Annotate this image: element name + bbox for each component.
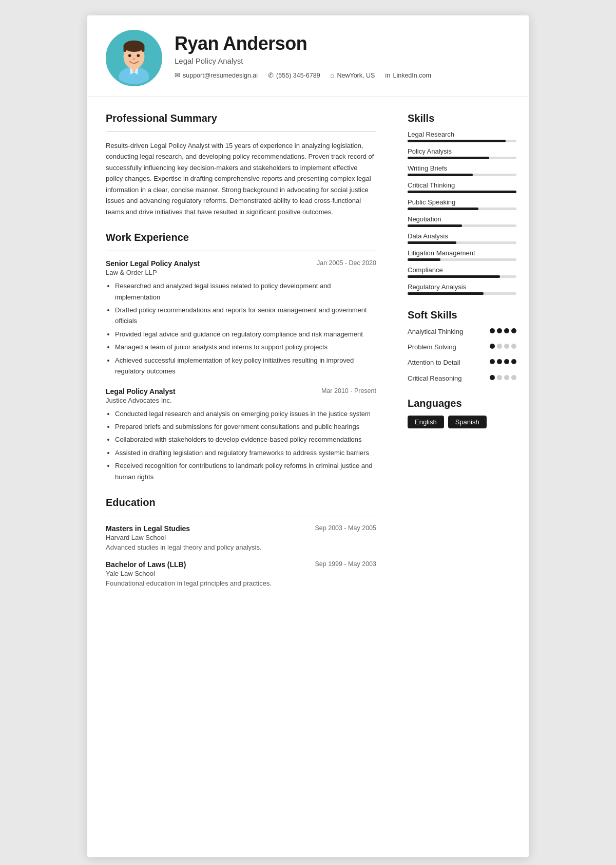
skill-item: Writing Briefs (408, 164, 516, 176)
skill-name-6: Data Analysis (408, 232, 516, 240)
resume-wrapper: Ryan Anderson Legal Policy Analyst ✉ sup… (87, 15, 529, 857)
contact-row: ✉ support@resumedesign.ai ✆ (555) 345-67… (175, 71, 510, 79)
dot (504, 359, 509, 364)
linkedin-icon: in (385, 71, 390, 79)
svg-rect-9 (142, 45, 145, 52)
skill-bar-bg-9 (408, 292, 516, 295)
soft-skill-name-3: Critical Reasoning (408, 374, 490, 383)
skill-item: Critical Thinking (408, 181, 516, 193)
skill-name-4: Public Speaking (408, 198, 516, 206)
header: Ryan Anderson Legal Policy Analyst ✉ sup… (87, 15, 529, 97)
edu-header-1: Bachelor of Laws (LLB) Sep 1999 - May 20… (106, 560, 376, 569)
location-text: NewYork, US (337, 72, 375, 79)
skill-bar-bg-6 (408, 241, 516, 244)
dot (497, 328, 502, 333)
edu-desc-0: Advanced studies in legal theory and pol… (106, 543, 376, 551)
job-dates-1: Mar 2010 - Present (321, 387, 376, 394)
dots-row-2 (490, 358, 516, 364)
skill-item: Litigation Management (408, 249, 516, 261)
edu-block: Bachelor of Laws (LLB) Sep 1999 - May 20… (106, 560, 376, 587)
edu-dates-1: Sep 1999 - May 2003 (315, 560, 376, 568)
skill-bar-fill-2 (408, 174, 473, 176)
dots-row-3 (490, 374, 516, 380)
skill-name-2: Writing Briefs (408, 164, 516, 172)
job-company-0: Law & Order LLP (106, 269, 376, 276)
header-info: Ryan Anderson Legal Policy Analyst ✉ sup… (175, 30, 510, 79)
dot (511, 328, 516, 333)
language-badge: English (408, 416, 444, 428)
skill-name-8: Compliance (408, 266, 516, 274)
candidate-name: Ryan Anderson (175, 33, 510, 54)
job-bullets-0: Researched and analyzed legal issues rel… (106, 280, 376, 377)
list-item: Prepared briefs and submissions for gove… (115, 421, 376, 432)
summary-section-title: Professional Summary (106, 112, 376, 124)
body: Professional Summary Results-driven Lega… (87, 97, 529, 857)
languages-container: EnglishSpanish (408, 416, 516, 428)
job-block: Senior Legal Policy Analyst Jan 2005 - D… (106, 259, 376, 377)
right-column: Skills Legal Research Policy Analysis Wr… (395, 97, 529, 857)
skill-bar-fill-6 (408, 241, 456, 244)
svg-point-10 (128, 54, 131, 58)
dot (497, 344, 502, 349)
jobs-container: Senior Legal Policy Analyst Jan 2005 - D… (106, 259, 376, 482)
skill-bar-fill-3 (408, 191, 516, 193)
soft-skill-name-0: Analytical Thinking (408, 327, 490, 336)
job-company-1: Justice Advocates Inc. (106, 397, 376, 404)
skill-bar-bg-8 (408, 275, 516, 278)
phone-icon: ✆ (268, 71, 274, 79)
soft-skill-item: Critical Reasoning (408, 374, 516, 383)
job-header-1: Legal Policy Analyst Mar 2010 - Present (106, 387, 376, 396)
list-item: Received recognition for contributions t… (115, 460, 376, 482)
skill-bar-bg-1 (408, 157, 516, 159)
job-bullets-1: Conducted legal research and analysis on… (106, 408, 376, 483)
skill-item: Legal Research (408, 130, 516, 142)
soft-skill-name-1: Problem Solving (408, 343, 490, 352)
languages-section-title: Languages (408, 398, 516, 409)
dot (511, 344, 516, 349)
dot (511, 375, 516, 380)
list-item: Managed a team of junior analysts and in… (115, 342, 376, 352)
list-item: Assisted in drafting legislation and reg… (115, 447, 376, 458)
skill-bar-bg-4 (408, 208, 516, 210)
list-item: Drafted policy recommendations and repor… (115, 305, 376, 327)
skill-bar-fill-8 (408, 275, 500, 278)
email-text: support@resumedesign.ai (183, 72, 258, 79)
work-section-title: Work Experience (106, 232, 376, 243)
soft-skill-name-2: Attention to Detail (408, 358, 490, 367)
soft-skill-item: Analytical Thinking (408, 327, 516, 336)
dot (490, 344, 495, 349)
edu-school-1: Yale Law School (106, 570, 376, 577)
soft-skill-item: Attention to Detail (408, 358, 516, 367)
dot (490, 359, 495, 364)
skills-container: Legal Research Policy Analysis Writing B… (408, 130, 516, 295)
list-item: Conducted legal research and analysis on… (115, 408, 376, 419)
dots-row-0 (490, 327, 516, 333)
skill-item: Regulatory Analysis (408, 283, 516, 295)
edu-section-title: Education (106, 497, 376, 509)
summary-divider (106, 131, 376, 132)
svg-rect-2 (122, 70, 146, 84)
contact-email: ✉ support@resumedesign.ai (175, 71, 258, 79)
language-badge: Spanish (448, 416, 487, 428)
avatar (106, 30, 162, 86)
dot (490, 375, 495, 380)
edu-desc-1: Foundational education in legal principl… (106, 579, 376, 587)
dot (490, 328, 495, 333)
skill-bar-fill-7 (408, 258, 440, 261)
skill-name-7: Litigation Management (408, 249, 516, 257)
skill-name-5: Negotiation (408, 215, 516, 223)
skill-bar-bg-3 (408, 191, 516, 193)
skill-bar-fill-9 (408, 292, 484, 295)
linkedin-text: LinkedIn.com (393, 72, 431, 79)
job-title-0: Senior Legal Policy Analyst (106, 259, 200, 268)
list-item: Achieved successful implementation of ke… (115, 355, 376, 377)
edu-school-0: Harvard Law School (106, 534, 376, 541)
job-title-1: Legal Policy Analyst (106, 387, 176, 396)
skill-bar-fill-4 (408, 208, 478, 210)
skill-name-0: Legal Research (408, 130, 516, 138)
left-column: Professional Summary Results-driven Lega… (87, 97, 395, 857)
contact-linkedin[interactable]: in LinkedIn.com (385, 71, 431, 79)
skill-name-3: Critical Thinking (408, 181, 516, 189)
edu-degree-0: Masters in Legal Studies (106, 524, 190, 533)
dot (511, 359, 516, 364)
